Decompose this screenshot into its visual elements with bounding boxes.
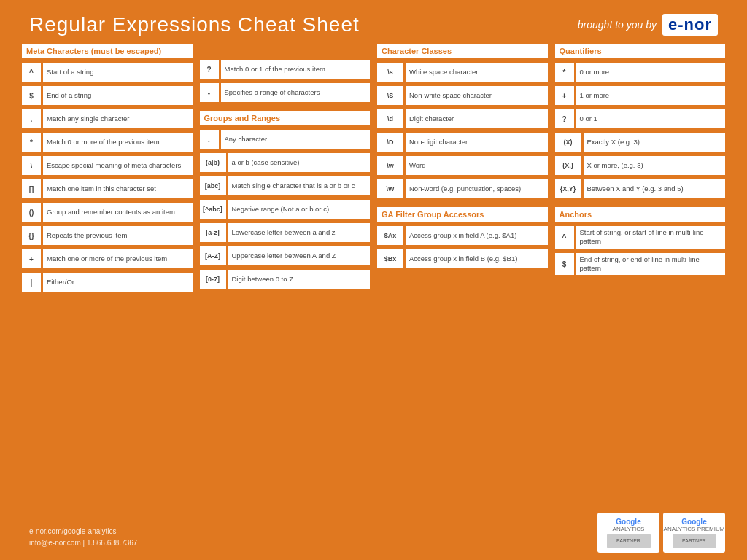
symbol-dash: - bbox=[200, 83, 219, 102]
ga-section-header: GA Filter Group Accessors bbox=[377, 207, 548, 222]
list-item: {X,} X or more, (e.g. 3) bbox=[555, 156, 726, 175]
list-item: ? Match 0 or 1 of the previous item bbox=[200, 60, 371, 79]
list-item: \d Digit character bbox=[377, 109, 548, 128]
desc-Ax: Access group x in field A (e.g. $A1) bbox=[406, 226, 548, 245]
desc-q-XY: Between X and Y (e.g. 3 and 5) bbox=[584, 179, 726, 198]
symbol-star: * bbox=[22, 133, 41, 152]
desc-W: Non-word (e.g. punctuation, spaces) bbox=[406, 179, 548, 198]
symbol-abc: [abc] bbox=[200, 176, 226, 195]
desc-group: Group and remember contents as an item bbox=[43, 203, 193, 222]
desc-start-string: Start of a string bbox=[43, 63, 193, 82]
symbol-q-star: * bbox=[555, 63, 574, 82]
char-classes-column: Character Classes \s White space charact… bbox=[377, 44, 548, 293]
list-item: \D Non-digit character bbox=[377, 133, 548, 152]
desc-match-01: Match 0 or 1 of the previous item bbox=[221, 60, 371, 79]
list-item: + Match one or more of the previous item bbox=[22, 249, 193, 268]
desc-az: Lowercase letter between a and z bbox=[228, 223, 371, 242]
desc-repeats: Repeats the previous item bbox=[43, 226, 193, 245]
list-item: [abc] Match single character that is a o… bbox=[200, 176, 371, 195]
symbol-q-Xcomma: {X,} bbox=[555, 156, 581, 175]
desc-q-Xmore: X or more, (e.g. 3) bbox=[584, 156, 726, 175]
list-item: * Match 0 or more of the previous item bbox=[22, 133, 193, 152]
desc-any-char: Any character bbox=[221, 130, 371, 149]
symbol-dot: . bbox=[22, 109, 41, 128]
quantifiers-header: Quantifiers bbox=[555, 44, 726, 58]
desc-escape: Escape special meaning of meta character… bbox=[43, 156, 193, 175]
symbol-w: \w bbox=[377, 156, 403, 175]
footer-line2: info@e-nor.com | 1.866.638.7367 bbox=[29, 537, 137, 549]
desc-AZ: Uppercase letter between A and Z bbox=[228, 246, 371, 265]
symbol-a-caret: ^ bbox=[555, 226, 574, 249]
list-item: () Group and remember contents as an ite… bbox=[22, 203, 193, 222]
list-item: [A-Z] Uppercase letter between A and Z bbox=[200, 246, 371, 265]
desc-D: Non-digit character bbox=[406, 133, 548, 152]
desc-07: Digit between 0 to 7 bbox=[228, 270, 371, 289]
list-item: \W Non-word (e.g. punctuation, spaces) bbox=[377, 179, 548, 198]
brand-area: brought to you by e-nor bbox=[578, 14, 718, 36]
symbol-ws: \s bbox=[377, 63, 403, 82]
symbol-q-X: (X) bbox=[555, 133, 581, 152]
groups-section-header: Groups and Ranges bbox=[200, 111, 371, 125]
symbol-backslash: \ bbox=[22, 156, 41, 175]
desc-WS: Non-white space character bbox=[406, 86, 548, 105]
brand-logo: e-nor bbox=[662, 14, 718, 36]
footer-line1: e-nor.com/google-analytics bbox=[29, 526, 137, 537]
desc-q-0more: 0 or more bbox=[576, 63, 726, 82]
header: Regular Expressions Cheat Sheet brought … bbox=[0, 0, 747, 44]
list-item: $ End of string, or end of line in multi… bbox=[555, 253, 726, 276]
symbol-W: \W bbox=[377, 179, 403, 198]
desc-q-01: 0 or 1 bbox=[576, 109, 726, 128]
google-analytics-premium-badge: Google ANALYTICS PREMIUM PARTNER bbox=[663, 513, 725, 553]
symbol-curly: {} bbox=[22, 226, 41, 245]
desc-any-single: Match any single character bbox=[43, 109, 193, 128]
groups-column: ? Match 0 or 1 of the previous item - Sp… bbox=[200, 44, 371, 293]
symbol-d: \d bbox=[377, 109, 403, 128]
footer: e-nor.com/google-analytics info@e-nor.co… bbox=[29, 526, 137, 549]
symbol-parens: () bbox=[22, 203, 41, 222]
desc-ws: White space character bbox=[406, 63, 548, 82]
desc-q-1more: 1 or more bbox=[576, 86, 726, 105]
google-analytics-badge: Google ANALYTICS PARTNER bbox=[597, 513, 659, 553]
list-item: . Any character bbox=[200, 130, 371, 149]
list-item: \S Non-white space character bbox=[377, 86, 548, 105]
symbol-q-question: ? bbox=[555, 109, 574, 128]
symbol-07: [0-7] bbox=[200, 270, 226, 289]
main-content: Meta Characters (must be escaped) ^ Star… bbox=[0, 44, 747, 293]
list-item: [a-z] Lowercase letter between a and z bbox=[200, 223, 371, 242]
symbol-D: \D bbox=[377, 133, 403, 152]
symbol-dot-gr: . bbox=[200, 130, 219, 149]
list-item: \s White space character bbox=[377, 63, 548, 82]
symbol-dollar: $ bbox=[22, 86, 41, 105]
footer-logos: Google ANALYTICS PARTNER Google ANALYTIC… bbox=[597, 513, 725, 553]
list-item: \w Word bbox=[377, 156, 548, 175]
list-item: | Either/Or bbox=[22, 273, 193, 292]
meta-column: Meta Characters (must be escaped) ^ Star… bbox=[22, 44, 193, 293]
list-item: ^ Start of a string bbox=[22, 63, 193, 82]
list-item: [^abc] Negative range (Not a or b or c) bbox=[200, 200, 371, 219]
symbol-AZ: [A-Z] bbox=[200, 246, 226, 265]
desc-notabc: Negative range (Not a or b or c) bbox=[228, 200, 371, 219]
symbol-Ax: $Ax bbox=[377, 226, 403, 245]
brand-text: brought to you by bbox=[578, 19, 657, 31]
desc-aorb: a or b (case sensitive) bbox=[228, 153, 371, 172]
symbol-q-XY: {X,Y} bbox=[555, 179, 581, 198]
list-item: - Specifies a range of characters bbox=[200, 83, 371, 102]
list-item: $Ax Access group x in field A (e.g. $A1) bbox=[377, 226, 548, 245]
symbol-WS: \S bbox=[377, 86, 403, 105]
list-item: + 1 or more bbox=[555, 86, 726, 105]
symbol-pipe: | bbox=[22, 273, 41, 292]
symbol-plus: + bbox=[22, 249, 41, 268]
desc-a-end: End of string, or end of line in multi-l… bbox=[576, 253, 726, 276]
desc-w: Word bbox=[406, 156, 548, 175]
list-item: ? 0 or 1 bbox=[555, 109, 726, 128]
symbol-a-dollar: $ bbox=[555, 253, 574, 276]
list-item: ^ Start of string, or start of line in m… bbox=[555, 226, 726, 249]
char-classes-header: Character Classes bbox=[377, 44, 548, 58]
list-item: [] Match one item in this character set bbox=[22, 179, 193, 198]
page-title: Regular Expressions Cheat Sheet bbox=[29, 13, 360, 36]
list-item: (a|b) a or b (case sensitive) bbox=[200, 153, 371, 172]
desc-end-string: End of a string bbox=[43, 86, 193, 105]
symbol-brackets: [] bbox=[22, 179, 41, 198]
symbol-Bx: $Bx bbox=[377, 249, 403, 268]
desc-Bx: Access group x in field B (e.g. $B1) bbox=[406, 249, 548, 268]
